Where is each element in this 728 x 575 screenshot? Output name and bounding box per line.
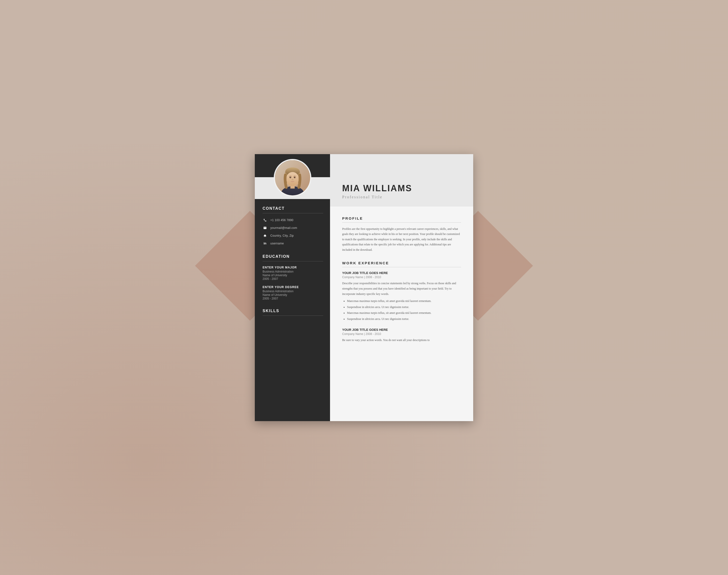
job-company-2: Company Name | 2008 - 2010	[342, 332, 461, 336]
sidebar: CONTACT +1 103 456 7890 yourmail@mail.co…	[255, 154, 330, 421]
professional-title: Professional Title	[342, 195, 461, 199]
profile-title: PROFILE	[342, 216, 461, 221]
profile-divider	[342, 222, 461, 223]
sidebar-photo-strip	[255, 177, 330, 199]
contact-divider	[263, 213, 323, 213]
education-section: EDUCATION ENTER YOUR MAJOR Business Admi…	[263, 255, 323, 300]
profile-photo-container	[274, 159, 311, 197]
work-title: WORK EXPERIENCE	[342, 261, 461, 265]
bullet-1-4: Suspendisse in ultricies arcu. Ut nec di…	[347, 316, 461, 322]
job-desc-1: Describe your responsibilities in concis…	[342, 281, 461, 297]
edu-field-2: Business Administration	[263, 290, 323, 293]
job-bullets-1: Maecenas maximus turpis tellus, sit amet…	[342, 299, 461, 322]
avatar-svg	[275, 160, 310, 195]
contact-email: yourmail@mail.com	[263, 226, 323, 230]
edu-major-1: ENTER YOUR MAJOR	[263, 266, 323, 269]
linkedin-icon: in	[263, 241, 268, 246]
email-icon	[263, 226, 268, 230]
svg-point-11	[289, 177, 291, 178]
education-entry-2: ENTER YOUR DEGREE Business Administratio…	[263, 285, 323, 300]
job-title-2: YOUR JOB TITLE GOES HERE	[342, 328, 461, 332]
job-title-1: YOUR JOB TITLE GOES HERE	[342, 271, 461, 275]
linkedin-value: username	[270, 242, 284, 245]
edu-years-2: 2005 - 2007	[263, 297, 323, 300]
skills-title: SKILLS	[263, 309, 323, 313]
education-entry-1: ENTER YOUR MAJOR Business Administration…	[263, 266, 323, 280]
page-wrapper: CONTACT +1 103 456 7890 yourmail@mail.co…	[255, 154, 473, 421]
contact-title: CONTACT	[263, 206, 323, 211]
svg-point-12	[293, 177, 295, 178]
edu-university-2: Name of University	[263, 293, 323, 297]
email-value: yourmail@mail.com	[270, 226, 297, 230]
candidate-name: MIA WILLIAMS	[342, 183, 461, 194]
work-divider	[342, 267, 461, 267]
resume-document: CONTACT +1 103 456 7890 yourmail@mail.co…	[255, 154, 473, 421]
bullet-1-1: Maecenas maximus turpis tellus, sit amet…	[347, 299, 461, 304]
edu-field-1: Business Administration	[263, 270, 323, 273]
phone-icon	[263, 218, 268, 223]
svg-point-13	[290, 177, 291, 177]
sidebar-content: CONTACT +1 103 456 7890 yourmail@mail.co…	[255, 199, 330, 328]
work-entry-2: YOUR JOB TITLE GOES HERE Company Name | …	[342, 328, 461, 343]
location-value: Country, City, Zip	[270, 234, 293, 237]
skills-section: SKILLS	[263, 309, 323, 316]
svg-point-14	[294, 177, 295, 177]
profile-text: Profiles are the first opportunity to hi…	[342, 227, 461, 253]
bullet-1-2: Suspendisse in ultricies arcu. Ut nec di…	[347, 305, 461, 310]
contact-phone: +1 103 456 7890	[263, 218, 323, 223]
bullet-1-3: Maecenas maximus turpis tellus, sit amet…	[347, 310, 461, 316]
work-section: WORK EXPERIENCE YOUR JOB TITLE GOES HERE…	[342, 261, 461, 343]
phone-value: +1 103 456 7890	[270, 218, 293, 222]
main-header-top-space	[342, 169, 461, 183]
main-content: MIA WILLIAMS Professional Title PROFILE …	[330, 154, 473, 421]
home-icon	[263, 233, 268, 238]
job-company-1: Company Name | 2008 - 2010	[342, 275, 461, 279]
edu-university-1: Name of University	[263, 274, 323, 277]
main-header: MIA WILLIAMS Professional Title	[330, 154, 473, 207]
name-block: MIA WILLIAMS Professional Title	[342, 183, 461, 199]
contact-section: CONTACT +1 103 456 7890 yourmail@mail.co…	[263, 206, 323, 246]
profile-section: PROFILE Profiles are the first opportuni…	[342, 216, 461, 253]
contact-linkedin: in username	[263, 241, 323, 246]
job-desc-2: Be sure to vary your action words. You d…	[342, 338, 461, 343]
main-body: PROFILE Profiles are the first opportuni…	[330, 207, 473, 421]
education-title: EDUCATION	[263, 255, 323, 259]
edu-years-1: 2005 - 2007	[263, 277, 323, 280]
skills-divider	[263, 315, 323, 316]
contact-location: Country, City, Zip	[263, 233, 323, 238]
edu-major-2: ENTER YOUR DEGREE	[263, 285, 323, 289]
work-entry-1: YOUR JOB TITLE GOES HERE Company Name | …	[342, 271, 461, 322]
